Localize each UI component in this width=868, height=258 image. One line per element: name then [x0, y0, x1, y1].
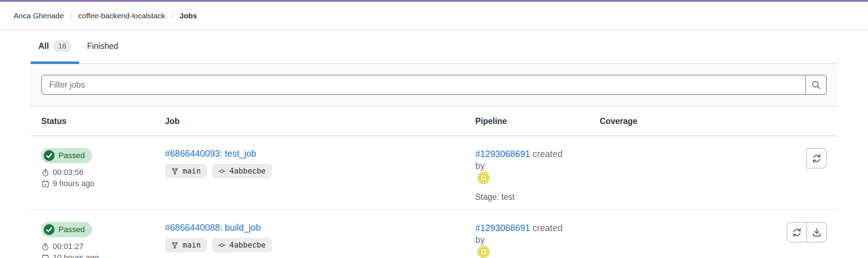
duration-value: 00:03:56 [53, 168, 84, 177]
job-link[interactable]: #6866440088: build_job [165, 222, 261, 233]
commit-sha: 4abbecbe [230, 241, 266, 249]
breadcrumb-separator: / [70, 11, 72, 20]
retry-icon [792, 227, 802, 238]
retry-job-button[interactable] [806, 148, 827, 169]
job-refs: main 4abbecbe [165, 164, 475, 178]
jobs-page: All 16 Finished Status Job Pipeline Cove… [30, 30, 838, 258]
pipeline-by-line: by [475, 160, 600, 184]
stopwatch-icon [41, 169, 49, 177]
pipeline-cell: #1293068691 created by Stage: test [475, 148, 600, 202]
status-label: Passed [58, 225, 85, 234]
commit-sha: 4abbecbe [230, 167, 266, 175]
branch-icon [171, 241, 179, 249]
tab-finished[interactable]: Finished [79, 30, 126, 63]
status-cell: Passed 00:01:27 10 hours ago [41, 222, 165, 258]
status-badge[interactable]: Passed [41, 222, 92, 237]
status-badge[interactable]: Passed [41, 148, 92, 163]
by-label: by [475, 235, 485, 245]
header-pipeline: Pipeline [475, 116, 600, 126]
job-duration: 00:01:27 [41, 242, 165, 251]
coverage-cell [600, 148, 737, 202]
tab-finished-label: Finished [87, 41, 118, 51]
header-job: Job [165, 116, 475, 126]
pipeline-link[interactable]: #1293068691 [475, 223, 530, 233]
actions-cell [737, 222, 827, 258]
pipeline-cell: #1293068691 created by Stage: build [475, 222, 600, 258]
commit-icon [218, 241, 226, 249]
breadcrumb-current-page: Jobs [179, 11, 197, 20]
coverage-cell [600, 222, 737, 258]
download-artifacts-button[interactable] [806, 222, 827, 243]
job-cell: #6866440088: build_job main 4abbecbe [165, 222, 475, 258]
tab-all-label: All [38, 41, 49, 51]
table-row: Passed 00:03:56 9 hours ago #6866440093:… [30, 136, 838, 210]
search-icon [811, 80, 821, 90]
branch-ref-pill[interactable]: main [165, 164, 207, 178]
check-circle-icon [44, 224, 55, 235]
breadcrumb: Anca Ghenade / coffee-backend-localstack… [0, 2, 868, 30]
commit-sha-pill[interactable]: 4abbecbe [212, 164, 272, 178]
calendar-icon [41, 180, 49, 188]
created-label: created [533, 149, 562, 159]
breadcrumb-group-link[interactable]: Anca Ghenade [14, 11, 64, 20]
pipeline-avatar[interactable] [477, 172, 490, 184]
pipeline-avatar[interactable] [477, 246, 490, 258]
branch-name: main [183, 167, 201, 175]
filter-jobs-input[interactable] [42, 75, 805, 94]
branch-icon [171, 167, 179, 175]
stage-label: Stage: test [475, 192, 600, 202]
calendar-icon [41, 254, 49, 258]
header-coverage: Coverage [600, 116, 737, 126]
status-label: Passed [58, 151, 85, 160]
filter-bar [30, 64, 838, 107]
pipeline-line: #1293068691 created [475, 222, 600, 234]
retry-icon [812, 153, 822, 163]
duration-value: 00:01:27 [53, 242, 84, 251]
commit-icon [218, 167, 226, 175]
download-icon [812, 227, 822, 238]
age-value: 9 hours ago [53, 179, 94, 188]
pipeline-line: #1293068691 created [475, 148, 600, 160]
stopwatch-icon [41, 243, 49, 251]
search-button[interactable] [805, 75, 826, 94]
job-cell: #6866440093: test_job main 4abbecbe [165, 148, 475, 202]
header-actions [737, 116, 827, 126]
job-duration: 00:03:56 [41, 168, 165, 177]
tab-all-count-badge: 16 [53, 40, 71, 52]
breadcrumb-separator: / [171, 11, 173, 20]
job-link[interactable]: #6866440093: test_job [165, 148, 256, 159]
job-refs: main 4abbecbe [165, 238, 475, 252]
actions-cell [737, 148, 827, 202]
tab-all[interactable]: All 16 [30, 30, 79, 63]
jobs-table: Status Job Pipeline Coverage Passed 00:0… [30, 107, 838, 258]
job-age: 10 hours ago [41, 253, 165, 258]
header-status: Status [41, 116, 165, 126]
table-row: Passed 00:01:27 10 hours ago #6866440088… [30, 210, 838, 258]
retry-job-button[interactable] [787, 222, 807, 243]
pipeline-link[interactable]: #1293068691 [475, 149, 530, 159]
filter-search-box [41, 75, 827, 95]
commit-sha-pill[interactable]: 4abbecbe [212, 238, 272, 252]
breadcrumb-project-link[interactable]: coffee-backend-localstack [78, 11, 165, 20]
pipeline-by-line: by [475, 234, 600, 258]
status-cell: Passed 00:03:56 9 hours ago [41, 148, 165, 202]
table-header-row: Status Job Pipeline Coverage [30, 107, 838, 136]
jobs-tabs: All 16 Finished [30, 30, 838, 64]
age-value: 10 hours ago [53, 253, 99, 258]
check-circle-icon [44, 150, 55, 161]
by-label: by [475, 161, 485, 171]
branch-ref-pill[interactable]: main [165, 238, 207, 252]
branch-name: main [183, 241, 201, 249]
job-age: 9 hours ago [41, 179, 165, 188]
created-label: created [533, 223, 562, 233]
